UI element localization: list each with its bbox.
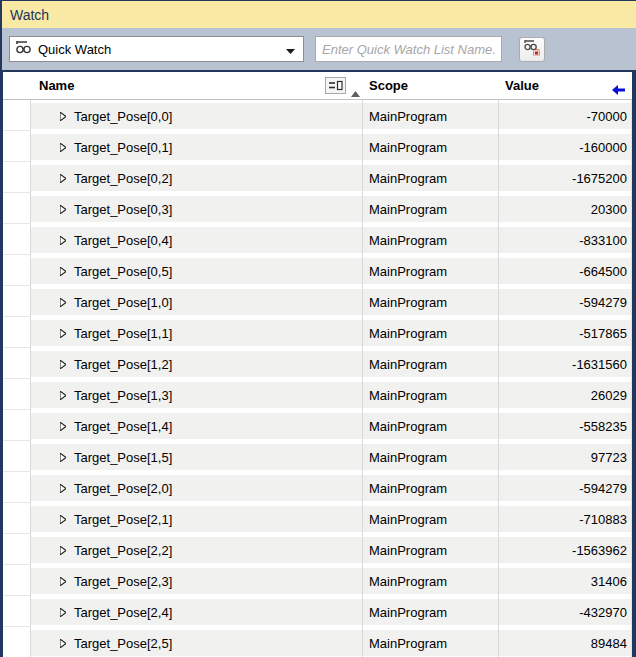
column-filter-icon[interactable] [325, 77, 346, 94]
table-row[interactable]: Target_Pose[2,1] MainProgram -710883 [3, 503, 632, 534]
tag-name: Target_Pose[2,1] [74, 512, 172, 527]
tag-name: Target_Pose[2,0] [74, 481, 172, 496]
table-row[interactable]: Target_Pose[0,3] MainProgram 20300 [3, 193, 632, 224]
quick-watch-list-name-input[interactable] [315, 36, 502, 62]
value-cell[interactable]: -594279 [498, 295, 632, 310]
row-selector-cell[interactable] [3, 472, 30, 503]
expand-icon[interactable] [60, 605, 66, 620]
value-cell[interactable]: 26029 [498, 388, 632, 403]
value-cell[interactable]: -594279 [498, 481, 632, 496]
expand-icon[interactable] [60, 481, 66, 496]
expand-icon[interactable] [60, 419, 66, 434]
row-selector-cell[interactable] [3, 193, 30, 224]
expand-icon[interactable] [60, 326, 66, 341]
value-cell[interactable]: -432970 [498, 605, 632, 620]
row-selector-cell[interactable] [3, 286, 30, 317]
row-selector-cell[interactable] [3, 565, 30, 596]
expand-icon[interactable] [60, 171, 66, 186]
row-selector-cell[interactable] [3, 441, 30, 472]
panel-title-bar: Watch [0, 0, 636, 28]
row-selector-cell[interactable] [3, 410, 30, 441]
value-cell[interactable]: -160000 [498, 140, 632, 155]
expand-icon[interactable] [60, 574, 66, 589]
dock-left-arrow-icon[interactable] [612, 81, 626, 99]
row-selector-cell[interactable] [3, 596, 30, 627]
name-cell: Target_Pose[2,3] [30, 574, 362, 589]
table-row[interactable]: Target_Pose[0,0] MainProgram -70000 [3, 100, 632, 131]
value-cell[interactable]: -1675200 [498, 171, 632, 186]
expand-icon[interactable] [60, 357, 66, 372]
table-row[interactable]: Target_Pose[1,4] MainProgram -558235 [3, 410, 632, 441]
value-cell[interactable]: -1563962 [498, 543, 632, 558]
name-cell: Target_Pose[1,4] [30, 419, 362, 434]
expand-icon[interactable] [60, 512, 66, 527]
expand-icon[interactable] [60, 264, 66, 279]
row-selector-cell[interactable] [3, 100, 30, 131]
table-row[interactable]: Target_Pose[2,4] MainProgram -432970 [3, 596, 632, 627]
value-cell[interactable]: 97723 [498, 450, 632, 465]
table-row[interactable]: Target_Pose[0,1] MainProgram -160000 [3, 131, 632, 162]
table-row[interactable]: Target_Pose[1,0] MainProgram -594279 [3, 286, 632, 317]
expand-icon[interactable] [60, 388, 66, 403]
scope-cell: MainProgram [362, 326, 498, 341]
table-row[interactable]: Target_Pose[0,5] MainProgram -664500 [3, 255, 632, 286]
table-row[interactable]: Target_Pose[0,4] MainProgram -833100 [3, 224, 632, 255]
value-cell[interactable]: -833100 [498, 233, 632, 248]
row-selector-cell[interactable] [3, 224, 30, 255]
table-row[interactable]: Target_Pose[2,3] MainProgram 31406 [3, 565, 632, 596]
delete-watch-list-button[interactable] [519, 37, 545, 62]
tag-name: Target_Pose[0,2] [74, 171, 172, 186]
value-cell[interactable]: -710883 [498, 512, 632, 527]
tag-name: Target_Pose[0,5] [74, 264, 172, 279]
row-selector-cell[interactable] [3, 131, 30, 162]
row-selector-cell[interactable] [3, 162, 30, 193]
column-header-name[interactable]: Name [39, 72, 74, 99]
table-row[interactable]: Target_Pose[2,5] MainProgram 89484 [3, 627, 632, 657]
name-cell: Target_Pose[2,2] [30, 543, 362, 558]
table-row[interactable]: Target_Pose[1,3] MainProgram 26029 [3, 379, 632, 410]
value-cell[interactable]: 89484 [498, 636, 632, 651]
column-header-value[interactable]: Value [505, 72, 539, 99]
scope-cell: MainProgram [362, 419, 498, 434]
scope-cell: MainProgram [362, 264, 498, 279]
value-cell[interactable]: -70000 [498, 109, 632, 124]
expand-icon[interactable] [60, 295, 66, 310]
name-cell: Target_Pose[0,3] [30, 202, 362, 217]
table-row[interactable]: Target_Pose[0,2] MainProgram -1675200 [3, 162, 632, 193]
row-selector-cell[interactable] [3, 534, 30, 565]
table-row[interactable]: Target_Pose[1,5] MainProgram 97723 [3, 441, 632, 472]
expand-icon[interactable] [60, 636, 66, 651]
table-row[interactable]: Target_Pose[1,2] MainProgram -1631560 [3, 348, 632, 379]
column-divider [631, 72, 632, 657]
watch-type-dropdown[interactable]: Quick Watch [9, 36, 304, 62]
row-selector-cell[interactable] [3, 627, 30, 657]
expand-icon[interactable] [60, 450, 66, 465]
scope-cell: MainProgram [362, 512, 498, 527]
panel-title: Watch [10, 7, 49, 23]
row-selector-cell[interactable] [3, 503, 30, 534]
row-selector-cell[interactable] [3, 317, 30, 348]
value-cell[interactable]: -517865 [498, 326, 632, 341]
table-row[interactable]: Target_Pose[2,2] MainProgram -1563962 [3, 534, 632, 565]
scope-cell: MainProgram [362, 450, 498, 465]
name-cell: Target_Pose[0,0] [30, 109, 362, 124]
row-selector-cell[interactable] [3, 255, 30, 286]
table-row[interactable]: Target_Pose[2,0] MainProgram -594279 [3, 472, 632, 503]
row-selector-cell[interactable] [3, 348, 30, 379]
value-cell[interactable]: 20300 [498, 202, 632, 217]
expand-icon[interactable] [60, 140, 66, 155]
column-header-scope[interactable]: Scope [369, 72, 408, 99]
tag-name: Target_Pose[1,2] [74, 357, 172, 372]
expand-icon[interactable] [60, 202, 66, 217]
row-selector-cell[interactable] [3, 379, 30, 410]
table-row[interactable]: Target_Pose[1,1] MainProgram -517865 [3, 317, 632, 348]
expand-icon[interactable] [60, 109, 66, 124]
value-cell[interactable]: -664500 [498, 264, 632, 279]
value-cell[interactable]: -1631560 [498, 357, 632, 372]
value-cell[interactable]: 31406 [498, 574, 632, 589]
value-cell[interactable]: -558235 [498, 419, 632, 434]
expand-icon[interactable] [60, 233, 66, 248]
expand-icon[interactable] [60, 543, 66, 558]
tag-name: Target_Pose[2,4] [74, 605, 172, 620]
scope-cell: MainProgram [362, 171, 498, 186]
